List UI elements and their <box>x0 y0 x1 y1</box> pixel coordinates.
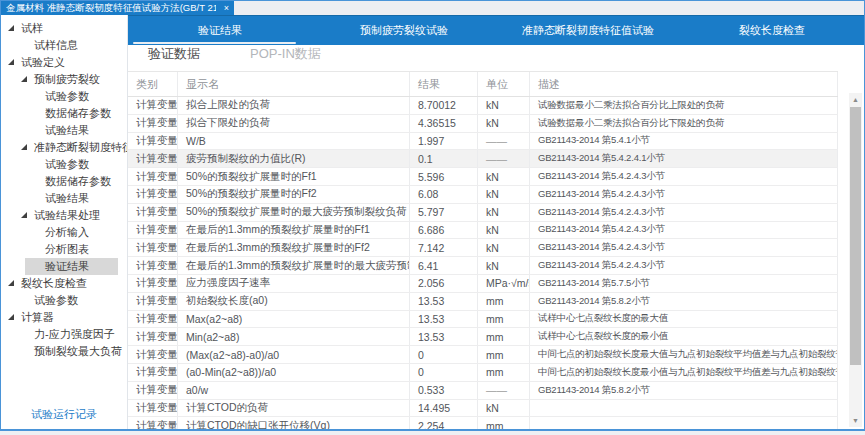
table-row[interactable]: 计算变量a0/w0.533——GB21143-2014 第5.8.2小节 <box>128 382 838 400</box>
tree-expander-icon[interactable] <box>8 314 14 320</box>
cell-desc: GB21143-2014 第5.4.2.4.3小节 <box>530 239 838 256</box>
table-row[interactable]: 计算变量疲劳预制裂纹的力值比(R)0.1——GB21143-2014 第5.4.… <box>128 150 838 168</box>
sidebar-item-4[interactable]: 预制疲劳裂纹 <box>1 71 127 88</box>
table-row[interactable]: 计算变量(Max(a2~a8)-a0)/a00mm中间七点的初始裂纹长度最大值与… <box>128 346 838 364</box>
table-row[interactable]: 计算变量50%的预裂纹扩展量时的Ff15.596kNGB21143-2014 第… <box>128 168 838 186</box>
tab-1[interactable]: 验证结果 <box>128 16 312 45</box>
sidebar-item-label: 分析图表 <box>45 243 89 255</box>
scroll-up-icon[interactable]: ▲ <box>849 93 862 106</box>
cell-desc: GB21143-2014 第5.4.2.4.3小节 <box>530 222 838 239</box>
table-row[interactable]: 计算变量初始裂纹长度(a0)13.53mmGB21143-2014 第5.8.2… <box>128 293 838 311</box>
close-icon[interactable]: × <box>224 4 229 13</box>
sidebar-item-11[interactable]: 试验结果 <box>1 190 127 207</box>
table-row[interactable]: 计算变量拟合下限处的负荷4.36515kN试验数据最小二乘法拟合百分比下限处的负… <box>128 115 838 133</box>
sidebar-item-10[interactable]: 数据储存参数 <box>1 173 127 190</box>
table-row[interactable]: 计算变量计算CTOD的负荷14.495kN <box>128 400 838 418</box>
main-area: 验证结果预制疲劳裂纹试验准静态断裂韧度特征值试验裂纹长度检查 验证数据POP-I… <box>128 15 864 429</box>
scrollbar-thumb[interactable] <box>850 107 861 365</box>
table-row[interactable]: 计算变量计算CTOD的缺口张开位移(Vg)2.254mm <box>128 417 838 429</box>
sidebar-item-18[interactable]: 计算器 <box>1 309 127 326</box>
vertical-scrollbar[interactable]: ▲ ▼ <box>849 93 862 427</box>
tab-3[interactable]: 准静态断裂韧度特征值试验 <box>496 16 680 45</box>
sidebar-item-8[interactable]: 准静态断裂韧度特征值 <box>1 139 127 156</box>
table-row[interactable]: 计算变量在最后的1.3mm的预裂纹扩展量时的Ff16.686kNGB21143-… <box>128 222 838 240</box>
scroll-down-icon[interactable]: ▼ <box>849 414 862 427</box>
subtab-1[interactable]: 验证数据 <box>148 45 200 63</box>
cell-category: 计算变量 <box>128 186 178 203</box>
sidebar-item-label: 试验参数 <box>45 90 89 102</box>
sidebar-item-13[interactable]: 分析输入 <box>1 224 127 241</box>
table-row[interactable]: 计算变量W/B1.997——GB21143-2014 第5.4.1小节 <box>128 133 838 151</box>
table-row[interactable]: 计算变量在最后的1.3mm的预裂纹扩展量时的Ff27.142kNGB21143-… <box>128 239 838 257</box>
cell-result: 2.056 <box>410 275 478 292</box>
sidebar-item-12[interactable]: 试验结果处理 <box>1 207 127 224</box>
cell-name: Max(a2~a8) <box>178 311 410 328</box>
table-row[interactable]: 计算变量Min(a2~a8)13.53mm试样中心七点裂纹长度的最小值 <box>128 328 838 346</box>
tree-expander-icon[interactable] <box>21 144 27 150</box>
cell-desc: GB21143-2014 第5.4.2.4.3小节 <box>530 257 838 274</box>
cell-desc: GB21143-2014 第5.8.2小节 <box>530 293 838 310</box>
tab-4[interactable]: 裂纹长度检查 <box>680 16 864 45</box>
table-row[interactable]: 计算变量拟合上限处的负荷8.70012kN试验数据最小二乘法拟合百分比上限处的负… <box>128 97 838 115</box>
cell-desc <box>530 400 838 417</box>
column-header-3[interactable]: 结果 <box>410 72 478 96</box>
sidebar-item-7[interactable]: 试验结果 <box>1 122 127 139</box>
cell-desc: 试验数据最小二乘法拟合百分比下限处的负荷 <box>530 115 838 132</box>
document-tab[interactable]: 金属材料 准静态断裂韧度特征值试验方法(GB/T 21143) × <box>1 1 234 15</box>
cell-category: 计算变量 <box>128 133 178 150</box>
table-row[interactable]: 计算变量应力强度因子速率2.056MPa·√m/sGB21143-2014 第5… <box>128 275 838 293</box>
column-header-4[interactable]: 单位 <box>478 72 530 96</box>
tab-2[interactable]: 预制疲劳裂纹试验 <box>312 16 496 45</box>
cell-category: 计算变量 <box>128 115 178 132</box>
cell-result: 0 <box>410 364 478 381</box>
cell-category: 计算变量 <box>128 364 178 381</box>
column-header-2[interactable]: 显示名 <box>178 72 410 96</box>
cell-unit: kN <box>478 239 530 256</box>
table-row[interactable]: 计算变量50%的预裂纹扩展量时的Ff26.08kNGB21143-2014 第5… <box>128 186 838 204</box>
sidebar-item-15[interactable]: 验证结果 <box>25 258 118 275</box>
cell-desc: 试样中心七点裂纹长度的最大值 <box>530 311 838 328</box>
table-row[interactable]: 计算变量(a0-Min(a2~a8))/a00mm中间七点的初始裂纹长度最小值与… <box>128 364 838 382</box>
cell-name: 在最后的1.3mm的预裂纹扩展量时的Ff2 <box>178 239 410 256</box>
column-header-5[interactable]: 描述 <box>530 72 838 96</box>
cell-name: W/B <box>178 133 410 150</box>
cell-desc: GB21143-2014 第5.4.2.4.3小节 <box>530 204 838 221</box>
cell-unit: kN <box>478 257 530 274</box>
sidebar-item-1[interactable]: 试样 <box>1 20 127 37</box>
results-table: 类别显示名结果单位描述 计算变量拟合上限处的负荷8.70012kN试验数据最小二… <box>128 71 838 429</box>
sidebar-item-5[interactable]: 试验参数 <box>1 88 127 105</box>
cell-result: 5.596 <box>410 168 478 185</box>
sidebar-item-2[interactable]: 试样信息 <box>1 37 127 54</box>
column-header-1[interactable]: 类别 <box>128 72 178 96</box>
tree-expander-icon[interactable] <box>8 280 14 286</box>
sidebar-item-19[interactable]: 力-应力强度因子 <box>1 326 127 343</box>
cell-name: 50%的预裂纹扩展量时的Ff2 <box>178 186 410 203</box>
cell-unit: kN <box>478 115 530 132</box>
tree-expander-icon[interactable] <box>8 59 14 65</box>
cell-unit: kN <box>478 186 530 203</box>
table-row[interactable]: 计算变量Max(a2~a8)13.53mm试样中心七点裂纹长度的最大值 <box>128 311 838 329</box>
cell-category: 计算变量 <box>128 97 178 114</box>
tree-expander-icon[interactable] <box>8 25 14 31</box>
sidebar-item-17[interactable]: 试验参数 <box>1 292 127 309</box>
sidebar-item-9[interactable]: 试验参数 <box>1 156 127 173</box>
test-run-log-link[interactable]: 试验运行记录 <box>1 407 127 422</box>
sidebar-item-label: 计算器 <box>21 311 54 323</box>
subtab-2[interactable]: POP-IN数据 <box>250 45 321 63</box>
cell-desc: GB21143-2014 第5.7.5小节 <box>530 275 838 292</box>
cell-category: 计算变量 <box>128 239 178 256</box>
cell-result: 6.686 <box>410 222 478 239</box>
sidebar-item-3[interactable]: 试验定义 <box>1 54 127 71</box>
cell-category: 计算变量 <box>128 168 178 185</box>
cell-unit: mm <box>478 328 530 345</box>
tree-expander-icon[interactable] <box>21 212 27 218</box>
sidebar-item-20[interactable]: 预制裂纹最大负荷 <box>1 343 127 360</box>
sidebar-item-6[interactable]: 数据储存参数 <box>1 105 127 122</box>
cell-result: 6.08 <box>410 186 478 203</box>
sidebar-item-16[interactable]: 裂纹长度检查 <box>1 275 127 292</box>
tree-expander-icon[interactable] <box>21 76 27 82</box>
table-row[interactable]: 计算变量在最后的1.3mm的预裂纹扩展量时的最大疲劳预制裂纹负荷6.41kNGB… <box>128 257 838 275</box>
sidebar-item-14[interactable]: 分析图表 <box>1 241 127 258</box>
cell-name: 在最后的1.3mm的预裂纹扩展量时的Ff1 <box>178 222 410 239</box>
table-row[interactable]: 计算变量50%的预裂纹扩展量时的最大疲劳预制裂纹负荷5.797kNGB21143… <box>128 204 838 222</box>
